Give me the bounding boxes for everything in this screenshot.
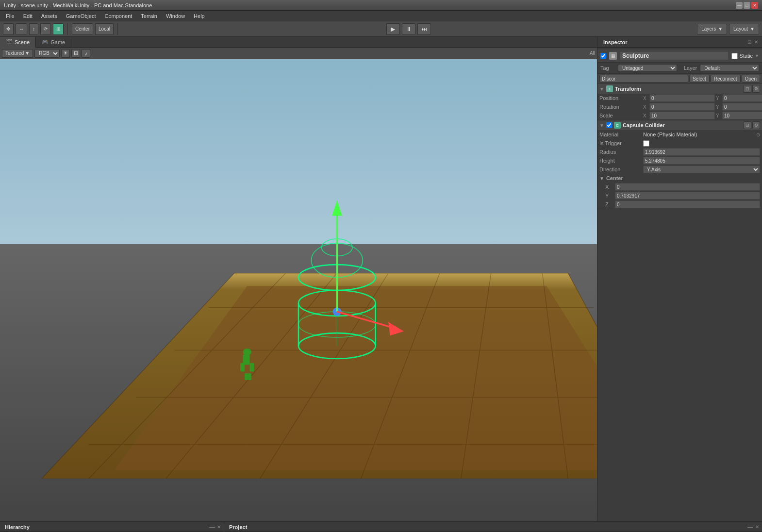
- svg-rect-33: [250, 363, 254, 372]
- select-button[interactable]: Select: [689, 75, 710, 83]
- center-x-input[interactable]: [615, 183, 760, 191]
- is-trigger-checkbox[interactable]: [643, 140, 649, 147]
- center-z-row: Z: [597, 200, 762, 209]
- local-button[interactable]: Local: [95, 23, 114, 35]
- tool-scale[interactable]: ⟳: [40, 23, 51, 35]
- rot-y-input[interactable]: [722, 103, 762, 111]
- inspector-tab[interactable]: Inspector: [601, 39, 629, 45]
- scale-y-input[interactable]: [722, 112, 762, 119]
- capsule-settings-icon[interactable]: ⊡: [744, 121, 751, 129]
- grid-icon[interactable]: ⊞: [71, 49, 80, 58]
- transform-menu-icon[interactable]: ⚙: [752, 85, 760, 93]
- pause-button[interactable]: ⏸: [402, 23, 415, 35]
- center-button[interactable]: Center: [72, 23, 93, 35]
- layers-dropdown[interactable]: Layers ▼: [697, 24, 727, 34]
- project-close-icon[interactable]: ✕: [755, 524, 759, 530]
- chevron-down-icon[interactable]: ▼: [755, 53, 759, 58]
- inspector-maximize-icon[interactable]: ⊡: [747, 39, 751, 45]
- hierarchy-panel: Hierarchy — ✕ Create ▼ All Ground Main C…: [0, 522, 224, 532]
- inspector-toolbar-row: Select Reconnect Open: [597, 74, 762, 84]
- transform-buttons: ⊡ ⚙: [744, 85, 760, 93]
- position-row: Position X Y Z: [597, 94, 762, 102]
- sun-icon[interactable]: ☀: [61, 49, 70, 58]
- all-label: All: [590, 50, 595, 56]
- hierarchy-tab[interactable]: Hierarchy: [3, 524, 32, 530]
- tool-move[interactable]: ↔: [16, 23, 27, 35]
- rotation-row: Rotation X Y Z: [597, 102, 762, 111]
- reconnect-button[interactable]: Reconnect: [711, 75, 741, 83]
- is-trigger-row: Is Trigger: [597, 139, 762, 148]
- capsule-enabled-checkbox[interactable]: [606, 122, 612, 128]
- project-tab[interactable]: Project: [227, 524, 249, 530]
- capsule-menu-icon[interactable]: ⚙: [752, 121, 760, 129]
- tab-scene[interactable]: 🎬 Scene: [0, 37, 36, 48]
- hierarchy-minimize-icon[interactable]: —: [209, 524, 215, 531]
- object-name-input[interactable]: [620, 51, 729, 60]
- scene-viewport[interactable]: X Y Z: [0, 59, 597, 521]
- capsule-collider-header[interactable]: ▼ C Capsule Collider ⊡ ⚙: [597, 120, 762, 130]
- bottom-area: Hierarchy — ✕ Create ▼ All Ground Main C…: [0, 521, 762, 532]
- inspector-content: ▦ Static ▼ Tag Untagged Layer Default: [597, 48, 762, 521]
- pos-y-input[interactable]: [722, 94, 762, 102]
- color-mode-select[interactable]: RGB: [34, 49, 60, 58]
- tool-rect[interactable]: ⊞: [53, 23, 64, 35]
- direction-select[interactable]: Y-Axis: [643, 166, 760, 173]
- pos-x-input[interactable]: [649, 94, 715, 102]
- hierarchy-close-icon[interactable]: ✕: [217, 524, 221, 530]
- menu-file[interactable]: File: [2, 12, 18, 20]
- menu-gameobject[interactable]: GameObject: [62, 12, 100, 20]
- tool-rotate[interactable]: ↕: [29, 23, 38, 35]
- view-mode-dropdown[interactable]: Textured ▼: [2, 49, 33, 58]
- open-button[interactable]: Open: [742, 75, 760, 83]
- rot-x-input[interactable]: [649, 103, 715, 111]
- center-header[interactable]: ▼ Center: [597, 174, 762, 183]
- game-icon: 🎮: [42, 39, 49, 45]
- menu-window[interactable]: Window: [162, 12, 189, 20]
- tab-game[interactable]: 🎮 Game: [36, 37, 71, 48]
- chevron-down-icon: ▼: [750, 26, 755, 32]
- scale-row: Scale X Y Z: [597, 111, 762, 120]
- audio-icon[interactable]: ♪: [82, 49, 90, 58]
- inspector-close-icon[interactable]: ✕: [754, 39, 758, 45]
- minimize-button[interactable]: —: [736, 2, 743, 9]
- play-button[interactable]: ▶: [386, 23, 400, 35]
- menu-terrain[interactable]: Terrain: [137, 12, 161, 20]
- hierarchy-header: Hierarchy — ✕: [0, 522, 224, 532]
- scale-x-group: X: [643, 112, 715, 119]
- layout-dropdown[interactable]: Layout ▼: [729, 24, 759, 34]
- static-checkbox[interactable]: [731, 53, 738, 59]
- discord-input[interactable]: [599, 75, 688, 83]
- material-picker-icon[interactable]: ⊙: [756, 132, 760, 137]
- collapse-arrow-icon: ▼: [599, 86, 604, 92]
- svg-rect-32: [240, 363, 245, 372]
- transform-settings-icon[interactable]: ⊡: [744, 85, 751, 93]
- tool-hand[interactable]: ✥: [3, 23, 14, 35]
- center-y-input[interactable]: [615, 192, 760, 200]
- maximize-button[interactable]: □: [744, 2, 750, 9]
- rot-y-group: Y: [716, 103, 762, 111]
- inspector-header: Inspector ⊡ ✕: [597, 37, 762, 48]
- layer-select[interactable]: Default: [700, 64, 759, 72]
- menu-edit[interactable]: Edit: [19, 12, 36, 20]
- rot-x-group: X: [643, 103, 715, 111]
- close-button[interactable]: ✕: [751, 2, 758, 9]
- menu-component[interactable]: Component: [100, 12, 136, 20]
- capsule-collider-component: ▼ C Capsule Collider ⊡ ⚙ Material None (…: [597, 120, 762, 209]
- center-z-input[interactable]: [615, 200, 760, 208]
- radius-row: Radius: [597, 148, 762, 156]
- radius-input[interactable]: [643, 148, 760, 156]
- height-input[interactable]: [643, 157, 760, 165]
- menu-help[interactable]: Help: [190, 12, 209, 20]
- object-enabled-checkbox[interactable]: [600, 53, 606, 59]
- step-button[interactable]: ⏭: [417, 23, 431, 35]
- menu-assets[interactable]: Assets: [37, 12, 61, 20]
- center-toggle-icon: ▼: [599, 176, 604, 181]
- scale-x-input[interactable]: [649, 112, 715, 119]
- rotation-xyz: X Y Z: [643, 103, 762, 111]
- svg-point-36: [243, 349, 251, 355]
- transform-icon: T: [606, 85, 613, 92]
- project-minimize-icon[interactable]: —: [747, 524, 753, 531]
- transform-header[interactable]: ▼ T Transform ⊡ ⚙: [597, 84, 762, 94]
- tag-select[interactable]: Untagged: [618, 64, 677, 72]
- toolbar-separator-2: [117, 23, 118, 35]
